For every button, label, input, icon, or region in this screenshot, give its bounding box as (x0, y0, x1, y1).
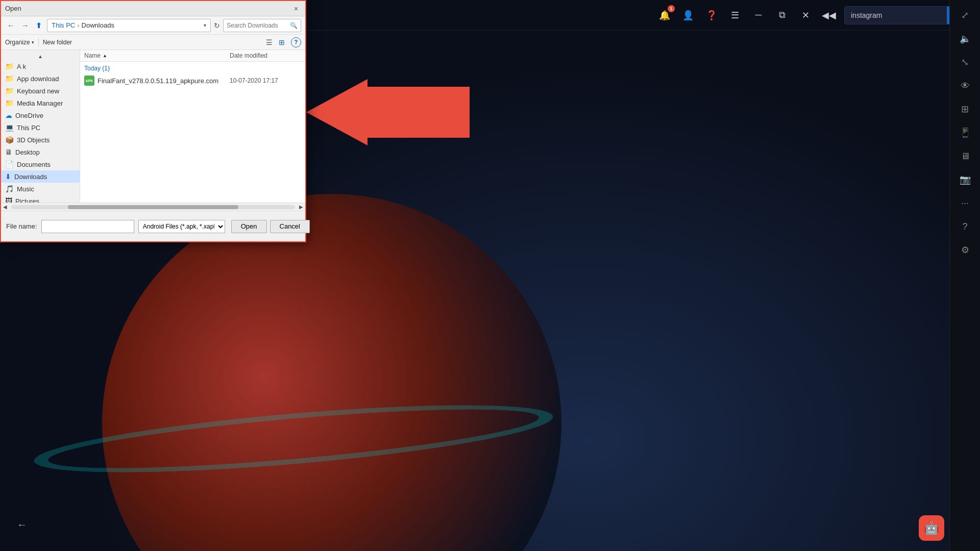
sidebar-camera-icon[interactable]: 📷 (955, 169, 975, 190)
sidebar-settings-icon[interactable]: ⚙ (955, 240, 975, 260)
toolbar-view-buttons: ☰ ⊞ (264, 37, 287, 47)
help-icon[interactable]: ❓ (703, 7, 720, 23)
today-group-label: Today (1) (80, 62, 305, 73)
sidebar-volume-icon[interactable]: 🔈 (955, 29, 975, 49)
nav-item-keyboard[interactable]: 📁 Keyboard new (1, 85, 80, 97)
nav-item-desktop[interactable]: 🖥 Desktop (1, 146, 80, 158)
user-icon[interactable]: 👤 (680, 7, 696, 23)
dialog-refresh-button[interactable]: ↻ (214, 21, 220, 30)
sidebar-expand-icon[interactable]: ⤢ (955, 5, 975, 26)
nav-label-ak: A k (17, 63, 26, 70)
nav-icon-documents: 📄 (5, 160, 14, 168)
nav-item-ak[interactable]: 📁 A k (1, 60, 80, 72)
nav-icon-downloads: ⬇ (5, 172, 11, 181)
sidebar-dots-icon[interactable]: ··· (955, 193, 975, 213)
bluestacks-sidebar: ⤢ 🔈 ⤡ 👁 ⊞ 📱 🖥 📷 ··· ? ⚙ (949, 0, 980, 551)
menu-icon[interactable]: ☰ (727, 7, 743, 23)
bluestacks-bot-button[interactable]: 🤖 (919, 515, 944, 541)
dialog-title: Open (5, 5, 21, 12)
nav-label-documents: Documents (17, 161, 51, 168)
dialog-search-box: 🔍 (223, 19, 301, 32)
nav-icon-desktop: 🖥 (5, 148, 12, 156)
dialog-forward-button[interactable]: → (19, 20, 31, 31)
dialog-up-button[interactable]: ⬆ (34, 20, 44, 31)
nav-label-mediamgr: Media Manager (17, 99, 63, 107)
filename-label: File name: (6, 222, 37, 230)
col-date-header[interactable]: Date modified (230, 52, 301, 59)
dialog-action-buttons: Open Cancel (231, 220, 310, 233)
nav-item-thispc[interactable]: 💻 This PC (1, 121, 80, 134)
nav-label-thispc: This PC (17, 124, 40, 132)
nav-icon-ak: 📁 (5, 62, 14, 70)
filetype-select[interactable]: Android Files (*.apk, *.xapk) All Files … (138, 220, 225, 233)
nav-item-mediamgr[interactable]: 📁 Media Manager (1, 97, 80, 109)
bluestacks-search-input[interactable] (845, 11, 947, 19)
close-btn[interactable]: ✕ (797, 7, 814, 23)
view-list-button[interactable]: ☰ (264, 37, 275, 47)
nav-item-pictures[interactable]: 🖼 Pictures (1, 195, 80, 203)
breadcrumb-downloads[interactable]: Downloads (82, 21, 114, 29)
nav-icon-keyboard: 📁 (5, 87, 14, 95)
dialog-close-button[interactable]: × (291, 4, 301, 14)
dialog-titlebar: Open × (1, 1, 305, 16)
dialog-search-icon: 🔍 (290, 22, 298, 29)
nav-scroll-up[interactable]: ▲ (1, 52, 80, 60)
nav-item-documents[interactable]: 📄 Documents (1, 158, 80, 170)
planet-decoration (102, 194, 561, 551)
notification-badge: 1 (668, 5, 675, 12)
nav-label-appdownload: App download (17, 75, 59, 83)
new-folder-button[interactable]: New folder (43, 39, 72, 46)
page-back-icon[interactable]: ← (17, 519, 27, 531)
hscroll-right-btn[interactable]: ▶ (297, 203, 305, 211)
filename-input[interactable] (41, 220, 134, 233)
dialog-toolbar: Organize ▾ New folder ☰ ⊞ ? (1, 35, 305, 50)
dialog-search-input[interactable] (227, 22, 288, 29)
table-row[interactable]: APK FinalFant_v278.0.0.51.119_apkpure.co… (80, 73, 305, 88)
sidebar-eye-icon[interactable]: 👁 (955, 76, 975, 96)
view-grid-button[interactable]: ⊞ (277, 37, 287, 47)
dialog-addressbar: ← → ⬆ This PC › Downloads ▾ ↻ 🔍 (1, 16, 305, 35)
filelist-header: Name ▲ Date modified (80, 50, 305, 62)
file-name-label: FinalFant_v278.0.0.51.119_apkpure.com (97, 77, 230, 85)
hscroll-thumb[interactable] (68, 205, 238, 209)
nav-icon-music: 🎵 (5, 185, 14, 193)
nav-label-desktop: Desktop (15, 148, 40, 156)
back-btn[interactable]: ◀◀ (821, 7, 837, 23)
dialog-help-button[interactable]: ? (291, 37, 301, 47)
nav-item-appdownload[interactable]: 📁 App download (1, 72, 80, 85)
organize-chevron: ▾ (32, 40, 34, 45)
file-date-label: 10-07-2020 17:17 (230, 77, 301, 84)
breadcrumb-thispc[interactable]: This PC (52, 21, 75, 29)
sidebar-tasks-icon[interactable]: ⊞ (955, 99, 975, 119)
dialog-file-list: Name ▲ Date modified Today (1) APK Final… (80, 50, 305, 203)
breadcrumb-dropdown[interactable]: ▾ (204, 22, 206, 28)
notification-icon[interactable]: 🔔 1 (656, 7, 673, 23)
toolbar-separator (38, 38, 39, 47)
nav-item-3dobjects[interactable]: 📦 3D Objects (1, 134, 80, 146)
nav-icon-onedrive: ☁ (5, 111, 12, 119)
hscroll-left-btn[interactable]: ◀ (1, 203, 9, 211)
nav-icon-appdownload: 📁 (5, 74, 14, 83)
minimize-btn[interactable]: ─ (750, 7, 767, 23)
dialog-breadcrumb: This PC › Downloads ▾ (47, 19, 211, 32)
dialog-content-area: ▲ 📁 A k 📁 App download 📁 Keyboard new 📁 … (1, 50, 305, 203)
sidebar-monitor-icon[interactable]: 🖥 (955, 146, 975, 166)
sidebar-mobile-icon[interactable]: 📱 (955, 122, 975, 143)
nav-label-pictures: Pictures (15, 197, 39, 203)
nav-item-music[interactable]: 🎵 Music (1, 183, 80, 195)
dialog-nav-pane: ▲ 📁 A k 📁 App download 📁 Keyboard new 📁 … (1, 50, 80, 203)
cancel-button[interactable]: Cancel (270, 220, 310, 233)
dialog-horizontal-scrollbar[interactable]: ◀ ▶ (1, 203, 305, 211)
open-button[interactable]: Open (231, 220, 267, 233)
sidebar-help-icon[interactable]: ? (955, 216, 975, 237)
apk-file-icon: APK (84, 76, 94, 86)
nav-icon-thispc: 💻 (5, 123, 14, 132)
col-name-header[interactable]: Name ▲ (84, 52, 230, 59)
restore-btn[interactable]: ⧉ (774, 7, 790, 23)
nav-item-onedrive[interactable]: ☁ OneDrive (1, 109, 80, 121)
bot-icon: 🤖 (924, 521, 939, 535)
sidebar-resize-icon[interactable]: ⤡ (955, 52, 975, 72)
nav-item-downloads[interactable]: ⬇ Downloads (1, 170, 80, 183)
organize-button[interactable]: Organize ▾ (5, 39, 34, 46)
dialog-back-button[interactable]: ← (5, 20, 16, 31)
